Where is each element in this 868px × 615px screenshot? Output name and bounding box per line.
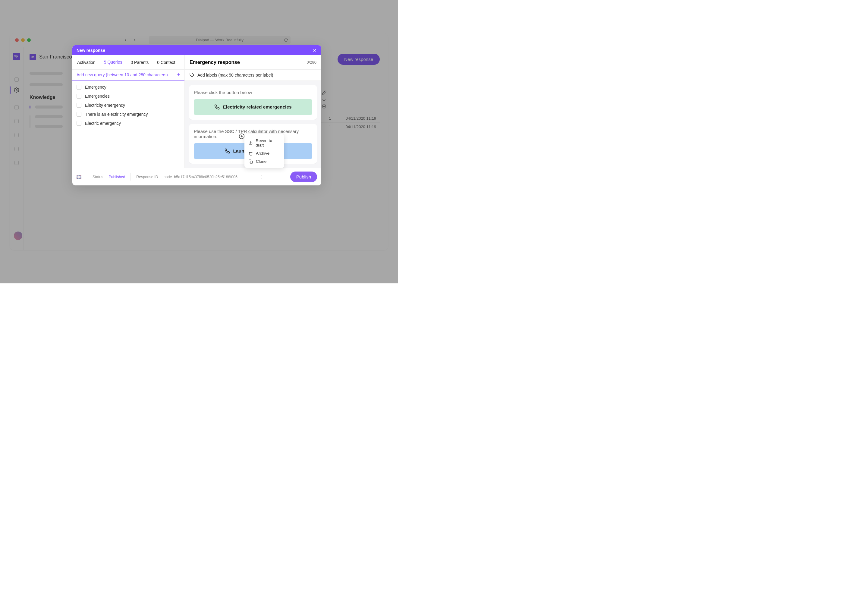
query-item[interactable]: Electricity emergency: [76, 103, 180, 108]
svg-point-12: [262, 178, 262, 178]
tab-activation[interactable]: Activation: [76, 56, 96, 69]
trash-icon[interactable]: [322, 104, 326, 109]
tab-parents[interactable]: 0 Parents: [130, 56, 149, 69]
checkbox[interactable]: [76, 85, 81, 89]
plus-icon[interactable]: +: [177, 72, 180, 78]
svg-rect-8: [250, 161, 252, 163]
close-icon[interactable]: [312, 48, 317, 53]
add-block-icon[interactable]: [238, 133, 245, 140]
add-labels-placeholder[interactable]: Add labels (max 50 characters per label): [197, 73, 273, 78]
context-menu: Revert to draft Archive Clone: [245, 134, 284, 168]
arrow-down-icon[interactable]: [322, 97, 326, 102]
new-response-modal: New response Activation 5 Queries 0 Pare…: [72, 45, 321, 186]
query-item[interactable]: Emergencies: [76, 94, 180, 98]
checkbox[interactable]: [76, 94, 81, 98]
add-query-placeholder: Add new query (between 10 and 280 charac…: [76, 72, 168, 77]
phone-icon: [224, 148, 230, 154]
menu-clone[interactable]: Clone: [245, 158, 284, 165]
modal-title: New response: [76, 48, 105, 53]
modal-footer: Status Published Response ID node_b5a17d…: [72, 168, 321, 186]
more-vert-icon[interactable]: [260, 175, 264, 180]
query-item[interactable]: Emergency: [76, 85, 180, 89]
trash-icon: [249, 151, 253, 156]
tab-queries[interactable]: 5 Queries: [103, 55, 123, 69]
tab-context[interactable]: 0 Context: [156, 56, 176, 69]
modal-titlebar: New response: [72, 45, 321, 55]
query-item[interactable]: Electric emergency: [76, 121, 180, 126]
copy-icon: [249, 159, 253, 164]
card-text: Please click the button below: [194, 90, 312, 95]
publish-button[interactable]: Publish: [290, 172, 317, 182]
menu-revert-to-draft[interactable]: Revert to draft: [245, 137, 284, 149]
svg-point-10: [262, 175, 262, 176]
status-value: Published: [109, 175, 125, 179]
phone-icon: [214, 104, 220, 110]
tag-icon: [190, 73, 195, 78]
response-id-value: node_b5a17d15c437f6fc0520b25e5188f005: [164, 175, 237, 179]
download-icon: [249, 141, 252, 145]
response-card: Please click the button below Electricit…: [189, 85, 317, 120]
checkbox[interactable]: [76, 103, 81, 108]
query-item[interactable]: There is an electiricity emergency: [76, 112, 180, 117]
checkbox[interactable]: [76, 112, 81, 117]
uk-flag-icon[interactable]: [76, 175, 81, 179]
checkbox[interactable]: [76, 121, 81, 126]
card-action-button[interactable]: Electricity related emergencies: [194, 99, 312, 115]
menu-archive[interactable]: Archive: [245, 149, 284, 158]
response-title: Emergency response: [190, 59, 240, 65]
status-label: Status: [92, 175, 103, 179]
edit-icon[interactable]: [322, 91, 326, 95]
add-query-input[interactable]: Add new query (between 10 and 280 charac…: [72, 70, 184, 81]
svg-point-11: [262, 177, 262, 177]
response-id-label: Response ID: [136, 175, 158, 179]
char-counter: 0/280: [307, 60, 316, 64]
